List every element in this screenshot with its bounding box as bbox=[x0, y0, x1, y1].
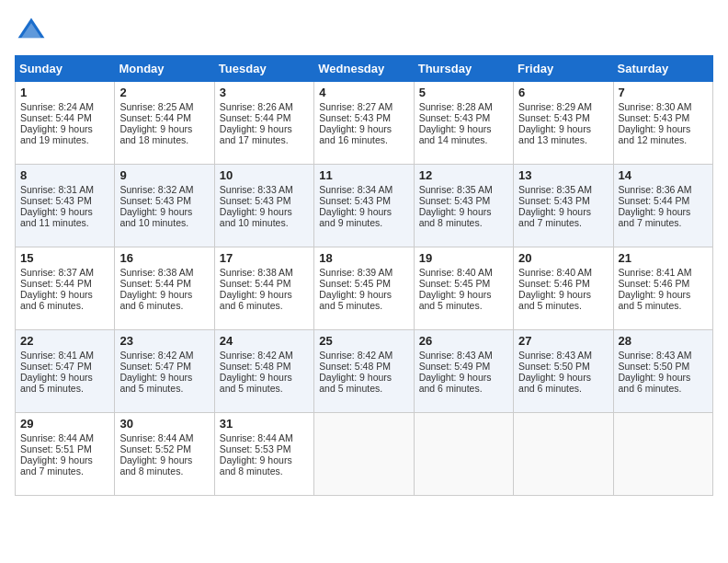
cell-line: Daylight: 9 hours bbox=[220, 123, 309, 134]
cell-line: Sunset: 5:43 PM bbox=[419, 112, 508, 123]
cell-line: Sunset: 5:45 PM bbox=[419, 278, 508, 289]
cell-line: and 5 minutes. bbox=[20, 383, 109, 394]
cell-line: Daylight: 9 hours bbox=[220, 206, 309, 217]
calendar-cell: 18Sunrise: 8:39 AMSunset: 5:45 PMDayligh… bbox=[314, 247, 414, 330]
cell-line: Daylight: 9 hours bbox=[419, 123, 508, 134]
logo-icon bbox=[15, 15, 48, 48]
cell-line: and 5 minutes. bbox=[319, 383, 408, 394]
cell-line: Sunset: 5:52 PM bbox=[119, 443, 209, 454]
cell-line: Sunrise: 8:29 AM bbox=[518, 101, 608, 112]
cell-line: Sunrise: 8:39 AM bbox=[319, 267, 408, 278]
calendar-cell: 28Sunrise: 8:43 AMSunset: 5:50 PMDayligh… bbox=[613, 330, 712, 413]
cell-line: Sunrise: 8:24 AM bbox=[20, 101, 109, 112]
calendar-cell: 22Sunrise: 8:41 AMSunset: 5:47 PMDayligh… bbox=[16, 330, 115, 413]
cell-line: and 12 minutes. bbox=[619, 134, 708, 145]
cell-line: Sunset: 5:43 PM bbox=[319, 195, 408, 206]
cell-line: and 6 minutes. bbox=[518, 383, 608, 394]
calendar-cell: 30Sunrise: 8:44 AMSunset: 5:52 PMDayligh… bbox=[115, 413, 214, 496]
cell-line: and 5 minutes. bbox=[119, 383, 209, 394]
calendar-cell: 9Sunrise: 8:32 AMSunset: 5:43 PMDaylight… bbox=[115, 165, 214, 247]
cell-line: Daylight: 9 hours bbox=[119, 123, 209, 134]
cell-line: Sunrise: 8:36 AM bbox=[619, 184, 708, 195]
col-header-thursday: Thursday bbox=[414, 56, 513, 82]
cell-line: Sunrise: 8:42 AM bbox=[319, 350, 408, 361]
cell-line: Daylight: 9 hours bbox=[419, 372, 508, 383]
cell-line: Sunrise: 8:38 AM bbox=[119, 267, 209, 278]
cell-line: Sunset: 5:49 PM bbox=[419, 361, 508, 372]
calendar-cell: 26Sunrise: 8:43 AMSunset: 5:49 PMDayligh… bbox=[414, 330, 513, 413]
cell-line: Daylight: 9 hours bbox=[419, 206, 508, 217]
cell-line: Sunset: 5:44 PM bbox=[20, 112, 109, 123]
cell-line: and 5 minutes. bbox=[518, 300, 608, 311]
cell-line: Daylight: 9 hours bbox=[518, 123, 608, 134]
cell-line: and 5 minutes. bbox=[419, 300, 508, 311]
calendar-cell: 4Sunrise: 8:27 AMSunset: 5:43 PMDaylight… bbox=[314, 82, 414, 165]
col-header-saturday: Saturday bbox=[613, 56, 712, 82]
cell-line: Sunrise: 8:38 AM bbox=[220, 267, 309, 278]
cell-line: and 17 minutes. bbox=[220, 134, 309, 145]
cell-line: Sunset: 5:44 PM bbox=[119, 112, 209, 123]
calendar-cell: 2Sunrise: 8:25 AMSunset: 5:44 PMDaylight… bbox=[115, 82, 214, 165]
calendar-cell: 8Sunrise: 8:31 AMSunset: 5:43 PMDaylight… bbox=[16, 165, 115, 247]
day-number: 31 bbox=[220, 417, 309, 431]
calendar-cell: 5Sunrise: 8:28 AMSunset: 5:43 PMDaylight… bbox=[414, 82, 513, 165]
cell-line: Sunrise: 8:26 AM bbox=[220, 101, 309, 112]
day-number: 11 bbox=[319, 168, 408, 182]
cell-line: Daylight: 9 hours bbox=[619, 206, 708, 217]
cell-line: Daylight: 9 hours bbox=[619, 123, 708, 134]
calendar-cell: 15Sunrise: 8:37 AMSunset: 5:44 PMDayligh… bbox=[16, 247, 115, 330]
cell-line: Sunrise: 8:34 AM bbox=[319, 184, 408, 195]
cell-line: Daylight: 9 hours bbox=[319, 289, 408, 300]
cell-line: Daylight: 9 hours bbox=[518, 206, 608, 217]
cell-line: Sunset: 5:43 PM bbox=[220, 195, 309, 206]
cell-line: Sunrise: 8:27 AM bbox=[319, 101, 408, 112]
cell-line: Sunset: 5:43 PM bbox=[419, 195, 508, 206]
cell-line: Sunset: 5:48 PM bbox=[220, 361, 309, 372]
calendar-cell: 27Sunrise: 8:43 AMSunset: 5:50 PMDayligh… bbox=[514, 330, 613, 413]
cell-line: Daylight: 9 hours bbox=[119, 206, 209, 217]
cell-line: Sunrise: 8:28 AM bbox=[419, 101, 508, 112]
calendar-cell: 10Sunrise: 8:33 AMSunset: 5:43 PMDayligh… bbox=[214, 165, 313, 247]
calendar-cell bbox=[514, 413, 613, 496]
cell-line: Sunset: 5:47 PM bbox=[119, 361, 209, 372]
cell-line: Sunset: 5:46 PM bbox=[619, 278, 708, 289]
day-number: 16 bbox=[119, 251, 209, 265]
cell-line: Sunset: 5:45 PM bbox=[319, 278, 408, 289]
calendar-cell: 14Sunrise: 8:36 AMSunset: 5:44 PMDayligh… bbox=[613, 165, 712, 247]
cell-line: and 14 minutes. bbox=[419, 134, 508, 145]
day-number: 24 bbox=[220, 334, 309, 348]
cell-line: and 5 minutes. bbox=[220, 383, 309, 394]
cell-line: Sunset: 5:44 PM bbox=[220, 112, 309, 123]
cell-line: Daylight: 9 hours bbox=[419, 289, 508, 300]
cell-line: Sunrise: 8:35 AM bbox=[419, 184, 508, 195]
cell-line: Sunset: 5:53 PM bbox=[220, 443, 309, 454]
day-number: 15 bbox=[20, 251, 109, 265]
cell-line: Sunset: 5:43 PM bbox=[319, 112, 408, 123]
day-number: 9 bbox=[119, 168, 209, 182]
cell-line: Sunrise: 8:42 AM bbox=[220, 350, 309, 361]
cell-line: Sunset: 5:44 PM bbox=[220, 278, 309, 289]
cell-line: Sunrise: 8:40 AM bbox=[518, 267, 608, 278]
day-number: 14 bbox=[619, 168, 708, 182]
day-number: 17 bbox=[220, 251, 309, 265]
day-number: 22 bbox=[20, 334, 109, 348]
cell-line: and 6 minutes. bbox=[20, 300, 109, 311]
calendar-cell: 12Sunrise: 8:35 AMSunset: 5:43 PMDayligh… bbox=[414, 165, 513, 247]
day-number: 4 bbox=[319, 86, 408, 99]
cell-line: Daylight: 9 hours bbox=[20, 454, 109, 465]
cell-line: Sunrise: 8:44 AM bbox=[220, 432, 309, 443]
cell-line: and 6 minutes. bbox=[419, 383, 508, 394]
cell-line: Sunrise: 8:44 AM bbox=[20, 432, 109, 443]
cell-line: Sunrise: 8:44 AM bbox=[119, 432, 209, 443]
cell-line: Sunset: 5:47 PM bbox=[20, 361, 109, 372]
cell-line: Sunrise: 8:43 AM bbox=[518, 350, 608, 361]
cell-line: Sunrise: 8:41 AM bbox=[20, 350, 109, 361]
col-header-wednesday: Wednesday bbox=[314, 56, 414, 82]
day-number: 28 bbox=[619, 334, 708, 348]
cell-line: and 10 minutes. bbox=[119, 217, 209, 228]
cell-line: Sunrise: 8:30 AM bbox=[619, 101, 708, 112]
day-number: 3 bbox=[220, 86, 309, 99]
cell-line: Daylight: 9 hours bbox=[619, 372, 708, 383]
week-row-4: 22Sunrise: 8:41 AMSunset: 5:47 PMDayligh… bbox=[16, 330, 713, 413]
day-number: 29 bbox=[20, 417, 109, 431]
